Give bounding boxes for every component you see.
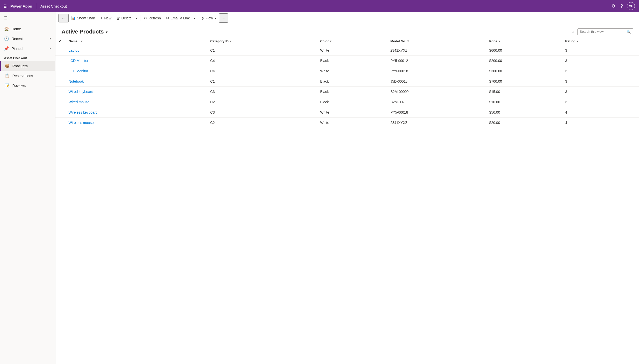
sidebar-item-pinned[interactable]: 📌 Pinned ∨ [0, 44, 55, 53]
category-sort-icon[interactable]: ∨ [230, 40, 231, 43]
row-checkbox[interactable] [55, 118, 66, 128]
row-category-id: C1 [207, 45, 317, 56]
sidebar-reservations-label: Reservations [12, 74, 33, 78]
avatar[interactable]: MP [627, 2, 635, 10]
new-button[interactable]: + New [98, 14, 114, 22]
row-checkbox[interactable] [55, 66, 66, 76]
delete-button[interactable]: 🗑 Delete [114, 15, 134, 22]
col-header-name[interactable]: Name ↑ ∨ [66, 37, 207, 45]
email-link-button[interactable]: ✉ Email a Link [163, 15, 192, 22]
row-name[interactable]: LED Monitor [66, 66, 207, 76]
row-rating: 3 [562, 97, 639, 107]
recent-chevron-icon: ∨ [49, 37, 51, 40]
table-row: Wireless keyboard C3 White PY5-00018 $50… [55, 107, 639, 118]
show-chart-button[interactable]: 📊 Show Chart [69, 15, 98, 22]
products-icon: 📦 [5, 63, 10, 68]
row-checkbox[interactable] [55, 97, 66, 107]
table-row: Wired mouse C2 Black B2M-007 $10.00 3 [55, 97, 639, 107]
row-color: White [317, 66, 387, 76]
col-header-price[interactable]: Price ∨ [486, 37, 562, 45]
row-name[interactable]: Notebook [66, 76, 207, 87]
row-checkbox[interactable] [55, 87, 66, 97]
row-model-no: 2341XYXZ [387, 45, 486, 56]
view-header: Active Products ∨ ⊿ 🔍 [55, 24, 639, 37]
row-price: $200.00 [486, 56, 562, 66]
plus-icon: + [100, 16, 103, 20]
model-sort-icon[interactable]: ∨ [407, 40, 409, 43]
reservations-icon: 📋 [5, 73, 10, 78]
col-header-model-no[interactable]: Model No. ∨ [387, 37, 486, 45]
email-icon: ✉ [166, 16, 169, 20]
row-checkbox[interactable] [55, 76, 66, 87]
toolbar: ← 📊 Show Chart + New 🗑 Delete ∨ ↻ Refres… [55, 12, 639, 24]
price-sort-icon[interactable]: ∨ [498, 40, 500, 43]
checkbox-header[interactable]: ✓ [55, 37, 66, 45]
search-input[interactable] [580, 30, 625, 34]
col-header-category-id[interactable]: Category ID ∨ [207, 37, 317, 45]
row-model-no: B2M-00009 [387, 87, 486, 97]
row-color: Black [317, 56, 387, 66]
search-box: 🔍 [577, 28, 633, 35]
more-button[interactable]: ··· [219, 13, 228, 23]
row-price: $10.00 [486, 97, 562, 107]
delete-dropdown-button[interactable]: ∨ [134, 15, 139, 21]
pinned-chevron-icon: ∨ [49, 47, 51, 50]
row-category-id: C1 [207, 76, 317, 87]
row-name[interactable]: LCD Monitor [66, 56, 207, 66]
view-title-chevron-icon[interactable]: ∨ [105, 30, 108, 34]
settings-icon[interactable]: ⚙ [610, 2, 616, 10]
toolbar-sep-1 [140, 15, 140, 21]
table-row: Wireless mouse C2 White 2341XYXZ $20.00 … [55, 118, 639, 128]
row-name[interactable]: Wired keyboard [66, 87, 207, 97]
row-color: Black [317, 87, 387, 97]
refresh-button[interactable]: ↻ Refresh [141, 15, 163, 22]
sidebar-section-title: Asset Checkout [0, 53, 55, 61]
search-icon[interactable]: 🔍 [626, 30, 631, 34]
app-name: Power Apps [10, 4, 32, 8]
row-name[interactable]: Laptop [66, 45, 207, 56]
flow-button[interactable]: ⟫ Flow ∨ [199, 15, 219, 22]
row-checkbox[interactable] [55, 56, 66, 66]
rating-sort-icon[interactable]: ∨ [576, 40, 578, 43]
row-name[interactable]: Wired mouse [66, 97, 207, 107]
table-row: Laptop C1 White 2341XYXZ $600.00 3 [55, 45, 639, 56]
sidebar-item-reviews[interactable]: 📝 Reviews [0, 81, 55, 90]
help-icon[interactable]: ? [619, 3, 624, 10]
table-row: Wired keyboard C3 Black B2M-00009 $15.00… [55, 87, 639, 97]
sidebar-products-label: Products [12, 64, 28, 68]
row-name[interactable]: Wireless mouse [66, 118, 207, 128]
products-table: ✓ Name ↑ ∨ Category ID [55, 37, 639, 128]
table-header-row: ✓ Name ↑ ∨ Category ID [55, 37, 639, 45]
col-header-color[interactable]: Color ∨ [317, 37, 387, 45]
sidebar-item-products[interactable]: 📦 Products [0, 61, 55, 71]
row-color: Black [317, 76, 387, 87]
row-rating: 4 [562, 118, 639, 128]
row-name[interactable]: Wireless keyboard [66, 107, 207, 118]
color-sort-icon[interactable]: ∨ [330, 40, 331, 43]
sidebar-recent-label: Recent [12, 37, 23, 41]
row-model-no: PY5-00018 [387, 107, 486, 118]
flow-icon: ⟫ [202, 16, 204, 20]
row-price: $50.00 [486, 107, 562, 118]
reviews-icon: 📝 [5, 83, 10, 88]
delete-icon: 🗑 [116, 16, 120, 20]
sidebar-item-recent[interactable]: 🕐 Recent ∨ [0, 34, 55, 44]
apps-grid-icon[interactable] [4, 5, 7, 8]
home-icon: 🏠 [4, 26, 9, 31]
name-sort-asc-icon: ↑ [78, 40, 80, 43]
row-price: $20.00 [486, 118, 562, 128]
col-header-rating[interactable]: Rating ∨ [562, 37, 639, 45]
sidebar-item-reservations[interactable]: 📋 Reservations [0, 71, 55, 81]
email-dropdown-button[interactable]: ∨ [192, 15, 197, 21]
sidebar-item-home[interactable]: 🏠 Home [0, 24, 55, 34]
hamburger-icon[interactable]: ☰ [0, 12, 55, 24]
content-area: ← 📊 Show Chart + New 🗑 Delete ∨ ↻ Refres… [55, 12, 639, 364]
name-sort-dropdown-icon[interactable]: ∨ [81, 40, 82, 43]
chart-icon: 📊 [71, 16, 75, 20]
row-checkbox[interactable] [55, 45, 66, 56]
filter-icon[interactable]: ⊿ [570, 28, 575, 35]
sidebar-home-label: Home [12, 27, 21, 31]
table-row: Notebook C1 Black J5D-00018 $700.00 3 [55, 76, 639, 87]
back-button[interactable]: ← [58, 14, 69, 22]
row-checkbox[interactable] [55, 107, 66, 118]
